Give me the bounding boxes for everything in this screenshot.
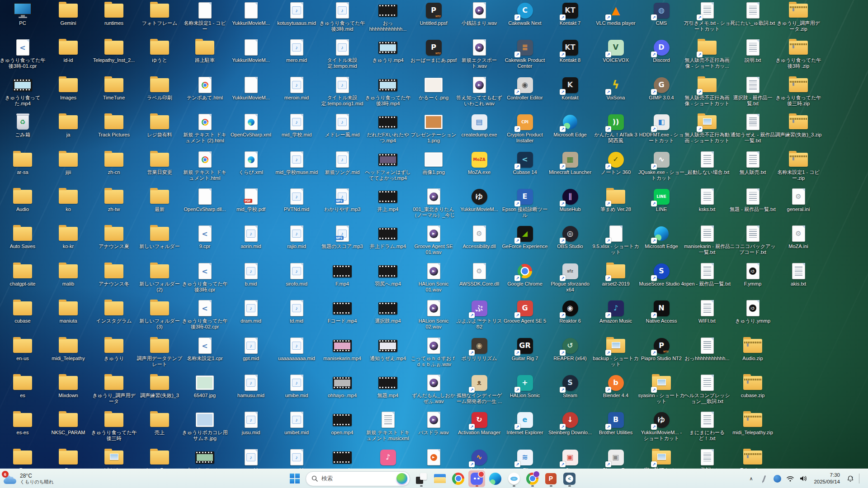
- desktop-icon[interactable]: おっhhhhhhhhhhh...: [690, 337, 724, 370]
- desktop-icon[interactable]: ♪hamusu.mid: [234, 374, 268, 407]
- tray-overflow-chevron[interactable]: ∧: [746, 472, 755, 485]
- desktop-icon[interactable]: ♪sirofo.mid: [279, 262, 314, 296]
- desktop-icon[interactable]: manisekarin.mp4: [325, 337, 359, 370]
- desktop-icon[interactable]: ar-sa: [5, 150, 40, 184]
- desktop-icon[interactable]: <↗Cubase 14: [508, 150, 542, 184]
- desktop-icon[interactable]: 選択肢.mp4: [371, 299, 405, 333]
- desktop-icon[interactable]: Images: [51, 76, 85, 109]
- desktop-icon[interactable]: ↗backup - ショートカット: [599, 337, 633, 370]
- desktop-icon[interactable]: 羽尻へ.mp4: [371, 262, 405, 296]
- desktop-icon[interactable]: ♪mid_学校.mid: [279, 113, 314, 146]
- desktop-icon[interactable]: ◍↗CMS: [644, 1, 679, 35]
- desktop-icon[interactable]: ♪kotusytuaaus.mid: [279, 1, 314, 35]
- search-highlight-globe-icon[interactable]: [396, 473, 407, 484]
- desktop-icon[interactable]: 路上駐車: [188, 38, 222, 72]
- desktop-icon[interactable]: ゆYukkuriMovieM...: [462, 188, 496, 221]
- desktop-icon[interactable]: 売上: [142, 411, 177, 444]
- desktop-icon[interactable]: ksks.txt: [690, 188, 724, 221]
- desktop-icon[interactable]: ♪rajio.mid: [279, 225, 314, 258]
- desktop-icon[interactable]: 新規 テキスト ドキュメント.html: [188, 150, 222, 184]
- desktop-icon[interactable]: きゅうりボカコレ用サムネ.jpg: [188, 411, 222, 444]
- desktop-icon[interactable]: 65407.jpg: [188, 374, 222, 407]
- desktop-icon[interactable]: ♪meroin.mid: [279, 76, 314, 109]
- desktop-icon[interactable]: akis.txt: [781, 262, 816, 296]
- desktop-icon[interactable]: きゅうり食ってた.mp4: [5, 76, 40, 109]
- desktop-icon[interactable]: ▶001_東北きりたん（ノーマル）_今じゃ...: [416, 188, 451, 221]
- notification-bell-icon[interactable]: z: [846, 472, 855, 485]
- desktop-icon[interactable]: <9.cpr: [188, 225, 222, 258]
- desktop-icon[interactable]: K↗Kontakt: [553, 76, 587, 109]
- desktop-icon[interactable]: 新しいフォルダー (2): [142, 262, 177, 296]
- desktop-icon[interactable]: アナウンス冬: [97, 262, 131, 296]
- desktop-icon[interactable]: ♪タイトル未設定.tempo.orig1.mid: [325, 76, 359, 109]
- taskbar-app-widgets-app[interactable]: [413, 470, 429, 487]
- desktop-icon[interactable]: YukkuriMovieM...: [234, 38, 268, 72]
- desktop-icon[interactable]: Auto Saves: [5, 225, 40, 258]
- desktop-icon[interactable]: ↺↗REAPER (x64): [553, 337, 587, 370]
- desktop-icon[interactable]: PNT2おーばーまにあ.ppsf: [416, 38, 451, 72]
- desktop-icon[interactable]: 営業日変更: [142, 150, 177, 184]
- desktop-icon[interactable]: _起動しない場合.txt: [690, 150, 724, 184]
- desktop-icon[interactable]: ♪umibe.mid: [279, 374, 314, 407]
- desktop-icon[interactable]: <きゅうり食ってた午後3時-02.cpr: [188, 299, 222, 333]
- desktop-icon[interactable]: NKSC_PARAM: [51, 411, 85, 444]
- desktop-icon[interactable]: midi_Telepathy: [51, 337, 85, 370]
- desktop-icon[interactable]: YukkuriMovieM...: [234, 76, 268, 109]
- desktop-icon[interactable]: ゆF.ymmp: [736, 262, 770, 296]
- desktop-icon[interactable]: 調声練習(失敗)_3.zip: [781, 113, 816, 146]
- desktop-icon[interactable]: 最新: [142, 188, 177, 221]
- taskbar-app-chrome-profile[interactable]: [524, 470, 541, 487]
- desktop-icon[interactable]: ヘッドフォンはずしててよかっt.mp4: [371, 150, 405, 184]
- desktop-icon[interactable]: 調声用データテンプレート: [142, 337, 177, 370]
- desktop-icon[interactable]: レジ袋有料: [142, 113, 177, 146]
- desktop-icon[interactable]: en-us: [5, 337, 40, 370]
- desktop-icon[interactable]: 死にたい_ゅ歌詞.txt: [736, 1, 770, 35]
- desktop-icon[interactable]: KT↗Kontakt 8: [553, 38, 587, 72]
- desktop-icon[interactable]: きゅうり食ってた午後三時.zip: [781, 76, 816, 109]
- desktop-icon[interactable]: 無題 - 親作品一覧.txt: [736, 188, 770, 221]
- desktop-icon[interactable]: 画像1.png: [416, 150, 451, 184]
- desktop-icon[interactable]: TimeTune: [97, 76, 131, 109]
- desktop-icon[interactable]: ▶小銭詰まり.wav: [462, 1, 496, 35]
- desktop-icon[interactable]: ♪td.mid: [279, 299, 314, 333]
- desktop-icon[interactable]: 説明.txt: [736, 38, 770, 72]
- desktop-icon[interactable]: ♪dram.mid: [234, 299, 268, 333]
- desktop-icon[interactable]: ヘルスコンプレッション__歌詞.txt: [690, 374, 724, 407]
- desktop-icon[interactable]: ↗筆まめ Ver.28: [599, 188, 633, 221]
- desktop-icon[interactable]: ◢↗GeForce Experience: [508, 225, 542, 258]
- desktop-icon[interactable]: きゅうり食ってた午後三時: [97, 411, 131, 444]
- desktop-icon[interactable]: G↗Groove Agent SE 5: [508, 299, 542, 333]
- desktop-icon[interactable]: b↗Blender 4.4: [599, 374, 633, 407]
- desktop-icon[interactable]: ♪新規ソング.mid: [325, 150, 359, 184]
- show-desktop-button[interactable]: [863, 469, 865, 488]
- desktop-icon[interactable]: OpenCvSharp.xml: [234, 113, 268, 146]
- desktop-icon[interactable]: ♪メドレー風.mid: [325, 113, 359, 146]
- desktop-icon[interactable]: ohhayo-.mp4: [325, 374, 359, 407]
- desktop-icon[interactable]: 名称未設定1 - コピー: [188, 1, 222, 35]
- desktop-icon[interactable]: ▶答え知っててもむずいわこれ.wav: [462, 76, 496, 109]
- desktop-icon[interactable]: PNT2Untitled.ppsf: [416, 1, 451, 35]
- desktop-icon[interactable]: open - 親作品一覧.txt: [690, 262, 724, 296]
- desktop-icon[interactable]: jijii: [51, 150, 85, 184]
- desktop-icon[interactable]: ♪タイトル未設定.tempo.mid: [325, 38, 359, 72]
- taskbar-app-google-chrome[interactable]: [450, 470, 467, 487]
- desktop-icon[interactable]: <きゅうり食ってた午後3時.cpr: [188, 262, 222, 296]
- desktop-icon[interactable]: open.mp4: [325, 411, 359, 444]
- desktop-icon[interactable]: ja: [51, 113, 85, 146]
- desktop-icon[interactable]: WIFI.txt: [690, 299, 724, 333]
- desktop-icon[interactable]: ∿↗JQuake.exe - ショートカット: [644, 150, 679, 184]
- taskbar-app-lens-app[interactable]: [505, 470, 522, 487]
- desktop-icon[interactable]: ゆ↗YukkuriMovieM... - ショートカット: [644, 411, 679, 444]
- desktop-icon[interactable]: maniuta: [51, 299, 85, 333]
- desktop-icon[interactable]: PDFmid_学校.pdf: [234, 188, 268, 221]
- search-box[interactable]: 検索: [306, 471, 410, 486]
- desktop-icon[interactable]: ラベル印刷: [142, 76, 177, 109]
- desktop-icon[interactable]: ♪gpt.mid: [234, 337, 268, 370]
- desktop-icon[interactable]: ♪PVTNd.mid: [279, 188, 314, 221]
- desktop-icon[interactable]: ϟ↗VoiSona: [599, 76, 633, 109]
- desktop-icon[interactable]: sfz↗Plogue sforzando x64: [553, 262, 587, 296]
- desktop-icon[interactable]: インスタグラム: [97, 299, 131, 333]
- desktop-icon[interactable]: きゅうり_調声用データ: [97, 374, 131, 407]
- desktop-icon[interactable]: くらぴ.xml: [234, 150, 268, 184]
- desktop-icon[interactable]: ↗syasinn - ショートカット: [644, 374, 679, 407]
